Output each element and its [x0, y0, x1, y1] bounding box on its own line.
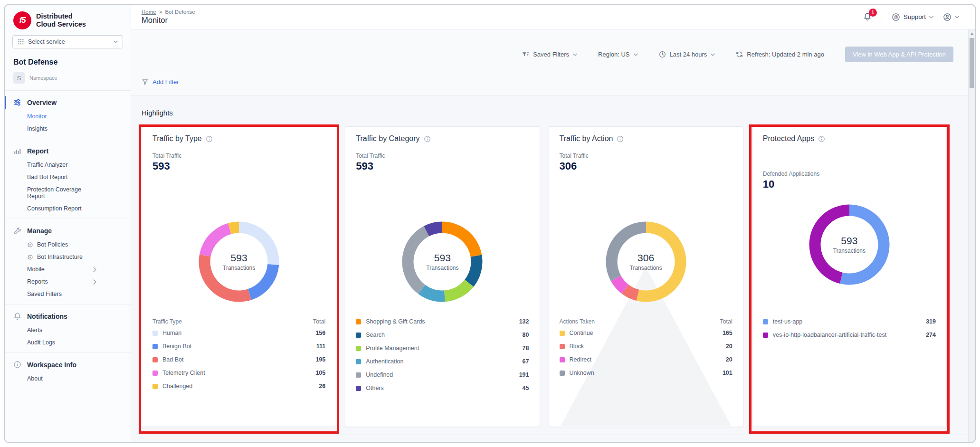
add-filter-button[interactable]: Add Filter [142, 78, 179, 86]
support-menu[interactable]: @ Support [892, 13, 933, 21]
clock-icon [659, 51, 666, 58]
chevron-down-icon [929, 16, 933, 19]
sidebar-item-traffic-analyzer[interactable]: Traffic Analyzer [5, 159, 131, 171]
legend-item-test-us-app[interactable]: test-us-app319 [763, 315, 936, 328]
legend-item-ves-io-http-loadbalancer-artificial-traffic-test[interactable]: ves-io-http-loadbalancer-artificial-traf… [763, 328, 936, 342]
donut-segment-ves-io-http-loadbalancer-artificial-traffic-test[interactable] [809, 205, 849, 284]
donut-segment-test-us-app[interactable] [840, 205, 889, 285]
donut-segment-benign-bot[interactable] [248, 264, 279, 300]
eye-icon [27, 242, 33, 248]
select-service-dropdown[interactable]: Select service [12, 35, 123, 48]
legend-item-human[interactable]: Human156 [152, 326, 325, 340]
time-range-dropdown[interactable]: Last 24 hours [659, 51, 715, 58]
donut-segment-bad-bot[interactable] [199, 255, 251, 302]
legend-item-others[interactable]: Others45 [356, 381, 529, 395]
legend-label: Undefined [366, 371, 393, 378]
support-label: Support [904, 13, 926, 20]
sidebar-item-bot-infrastructure[interactable]: Bot Infrastructure [5, 251, 131, 263]
donut-segment-human[interactable] [239, 222, 279, 265]
legend-label: Block [570, 343, 584, 350]
card-title-row: Traffic by Type [152, 134, 213, 143]
sidebar-item-audit-logs[interactable]: Audit Logs [5, 336, 131, 349]
user-menu[interactable] [943, 13, 959, 21]
legend-item-authentication[interactable]: Authentication67 [356, 355, 529, 368]
legend-swatch [152, 384, 158, 389]
legend-label: Human [162, 330, 181, 336]
legend-item-bad-bot[interactable]: Bad Bot195 [152, 353, 325, 366]
info-icon[interactable] [206, 135, 213, 143]
legend: Traffic TypeTotalHuman156Benign Bot111Ba… [152, 315, 325, 393]
scroll-up-arrow-icon[interactable]: ▲ [969, 29, 975, 37]
nav-section-manage: ManageBot PoliciesBot InfrastructureMobi… [5, 219, 131, 304]
sidebar-item-monitor[interactable]: Monitor [5, 110, 131, 123]
legend-item-telemetry-client[interactable]: Telemetry Client105 [152, 366, 325, 380]
region-dropdown[interactable]: Region: US [598, 51, 637, 58]
info-icon[interactable] [818, 135, 825, 143]
sidebar-subitem-label: About [27, 375, 43, 382]
donut-segment-continue[interactable] [636, 222, 686, 302]
sidebar-item-manage[interactable]: Manage [5, 223, 131, 238]
info-icon[interactable] [617, 135, 624, 143]
sidebar-item-notifications[interactable]: Notifications [5, 308, 131, 324]
legend-item-profile-management[interactable]: Profile Management78 [356, 342, 529, 355]
legend-item-unknown[interactable]: Unknown101 [560, 366, 733, 380]
sidebar-item-protection-coverage-report[interactable]: Protection Coverage Report [5, 183, 131, 202]
sidebar-item-reports[interactable]: Reports [5, 276, 131, 288]
card-title-row: Traffic by Action [560, 134, 624, 143]
top-bar: Home > Bot Defense Monitor 1 @ Support [131, 5, 975, 29]
scrollbar-thumb[interactable] [970, 38, 974, 88]
eye-icon [27, 254, 33, 260]
view-in-waap-button[interactable]: View in Web App & API Protection [845, 47, 953, 62]
donut-segment-telemetry-client[interactable] [200, 223, 231, 257]
sidebar-item-overview[interactable]: Overview [5, 95, 131, 110]
sidebar-item-alerts[interactable]: Alerts [5, 324, 131, 336]
chevron-right-icon [93, 279, 96, 285]
sidebar-item-bot-policies[interactable]: Bot Policies [5, 238, 131, 251]
stat-label: Defended Applications [763, 171, 819, 177]
legend-item-continue[interactable]: Continue165 [560, 326, 733, 340]
sidebar-item-insights[interactable]: Insights [5, 123, 131, 135]
sidebar-item-consumption-report[interactable]: Consumption Report [5, 202, 131, 215]
f5-logo-icon: f5 [13, 11, 31, 29]
legend-item-block[interactable]: Block20 [560, 340, 733, 353]
info-icon[interactable] [424, 135, 431, 143]
legend-label: Benign Bot [162, 343, 191, 350]
refresh-button[interactable]: Refresh: Updated 2 min ago [736, 51, 824, 58]
topbar-divider [882, 11, 882, 23]
legend-label: Unknown [570, 370, 594, 376]
sidebar-subitem-label: Consumption Report [27, 205, 82, 212]
breadcrumb-home-link[interactable]: Home [142, 9, 156, 15]
sidebar-item-mobile[interactable]: Mobile [5, 263, 131, 276]
namespace-badge: S [13, 72, 25, 84]
legend-item-undefined[interactable]: Undefined191 [356, 368, 529, 381]
legend-item-redirect[interactable]: Redirect20 [560, 353, 733, 366]
sidebar-item-bad-bot-report[interactable]: Bad Bot Report [5, 171, 131, 183]
sidebar-item-report[interactable]: Report [5, 143, 131, 159]
chevron-down-icon [573, 53, 577, 56]
funnel-icon [142, 78, 149, 86]
filter-sort-icon [522, 51, 529, 58]
legend-item-challenged[interactable]: Challenged26 [152, 380, 325, 393]
highlights-cards: Traffic by TypeTotal Traffic593593Transa… [131, 126, 975, 427]
donut-segment-shopping-gift-cards[interactable] [442, 222, 482, 257]
notifications-bell-button[interactable]: 1 [863, 12, 872, 21]
sidebar-subitem-label: Mobile [27, 266, 45, 273]
saved-filters-dropdown[interactable]: Saved Filters [522, 51, 577, 58]
legend-item-shopping-gift-cards[interactable]: Shopping & Gift Cards132 [356, 315, 529, 328]
app-window: f5 Distributed Cloud Services Select ser… [4, 4, 976, 443]
sidebar-item-about[interactable]: About [5, 372, 131, 385]
sidebar-item-label: Notifications [27, 313, 67, 320]
donut-segment-undefined[interactable] [402, 226, 429, 294]
sidebar-item-workspace-info[interactable]: Workspace Info [5, 357, 131, 372]
legend-item-search[interactable]: Search80 [356, 328, 529, 342]
legend-swatch [356, 372, 361, 378]
namespace-row[interactable]: S Namespace [5, 68, 131, 91]
vertical-scrollbar[interactable]: ▲ [968, 29, 975, 442]
sidebar-subitem-label: Alerts [27, 327, 42, 333]
legend-label: test-us-app [773, 318, 803, 325]
donut-segment-unknown[interactable] [606, 222, 646, 281]
sidebar-item-saved-filters[interactable]: Saved Filters [5, 288, 131, 300]
legend-swatch [356, 346, 361, 351]
legend-value: 105 [315, 370, 325, 376]
legend-item-benign-bot[interactable]: Benign Bot111 [152, 340, 325, 353]
